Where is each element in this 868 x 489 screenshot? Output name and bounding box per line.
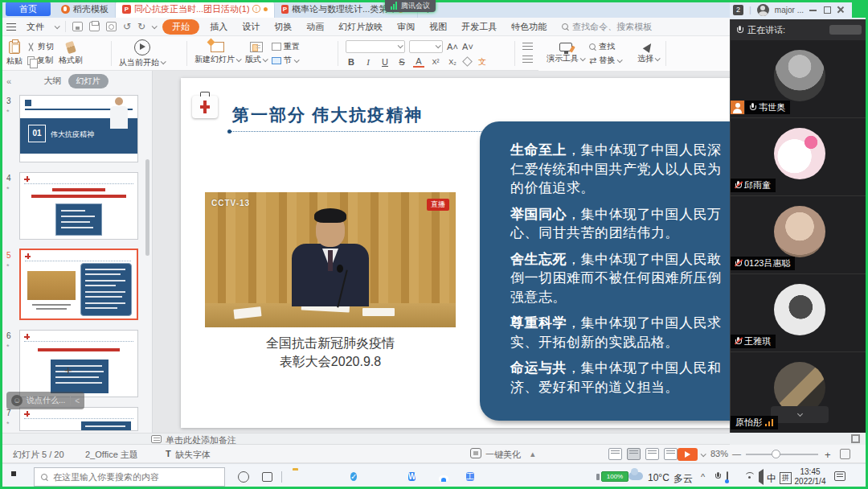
layout-button[interactable]: 版式: [245, 42, 267, 65]
meeting-app-icon[interactable]: [437, 471, 451, 483]
menu-tab-features[interactable]: 特色功能: [507, 21, 551, 33]
temperature[interactable]: 10°C: [648, 472, 669, 483]
meeting-chat-bubble[interactable]: ☺ 说点什么... <: [6, 392, 84, 409]
hamburger-icon[interactable]: [6, 23, 16, 31]
slideshow-play-button[interactable]: [678, 448, 698, 461]
participant-tile[interactable]: 王雅琪: [731, 274, 868, 352]
present-tools-button[interactable]: 演示工具: [547, 43, 584, 64]
play-caret-icon[interactable]: [701, 449, 705, 458]
home-tab-button[interactable]: 首页: [6, 2, 51, 16]
taskbar-search[interactable]: 在这里输入你要搜索的内容: [34, 467, 225, 487]
maximize-icon[interactable]: [823, 6, 831, 14]
wps-icon[interactable]: W: [408, 471, 422, 483]
search-app-icon[interactable]: [321, 471, 335, 483]
underline-button[interactable]: U: [379, 57, 391, 67]
add-slide-button[interactable]: +: [64, 363, 72, 379]
collapse-participants-button[interactable]: [771, 406, 829, 423]
notification-center-icon[interactable]: [834, 471, 845, 481]
subscript-button[interactable]: X₂: [447, 58, 458, 66]
tab-template-store[interactable]: 稻壳模板: [55, 0, 116, 18]
tray-screenshare-icon[interactable]: [727, 471, 728, 483]
panel-scrollbar[interactable]: [145, 159, 149, 256]
redo-icon[interactable]: ↻: [137, 21, 145, 32]
close-icon[interactable]: [837, 6, 845, 14]
undo-icon[interactable]: ↺: [123, 21, 131, 32]
bold-button[interactable]: B: [346, 57, 357, 67]
italic-button[interactable]: I: [362, 57, 374, 67]
beautify-label[interactable]: 一键美化: [485, 449, 521, 461]
reading-view-icon[interactable]: [664, 448, 678, 460]
menu-tab-developer[interactable]: 开发工具: [457, 21, 501, 33]
menu-tab-design[interactable]: 设计: [238, 21, 264, 33]
photo-caption[interactable]: 全国抗击新冠肺炎疫情 表彰大会2020.9.8: [205, 334, 456, 371]
align-left-icon[interactable]: [522, 55, 533, 64]
file-explorer-icon[interactable]: [293, 471, 306, 483]
user-name[interactable]: major ...: [775, 6, 804, 14]
participant-tile[interactable]: 0123吕惠聪: [731, 196, 868, 274]
paste-button[interactable]: 粘贴: [6, 41, 23, 67]
menu-tab-slideshow[interactable]: 幻灯片放映: [334, 21, 387, 33]
minimize-icon[interactable]: [809, 6, 817, 14]
ime-icon[interactable]: 拼: [780, 472, 792, 484]
menu-tab-view[interactable]: 视图: [425, 21, 451, 33]
news-photo[interactable]: CCTV-13 直播: [205, 192, 456, 327]
tab-current-presentation[interactable]: P 同心抗疫正当时...团日活动(1) !: [116, 0, 275, 18]
strikethrough-button[interactable]: S: [396, 57, 407, 67]
replace-button[interactable]: ⇄替换: [589, 55, 621, 66]
user-avatar[interactable]: [757, 4, 769, 16]
cut-button[interactable]: 剪切: [27, 41, 54, 52]
print-preview-icon[interactable]: [106, 22, 117, 31]
file-menu[interactable]: 文件: [23, 21, 48, 33]
new-slide-button[interactable]: 新建幻灯片: [194, 42, 240, 65]
save-icon[interactable]: [72, 22, 83, 31]
outline-tab[interactable]: 大纲: [44, 75, 62, 87]
slide-thumbnail-6[interactable]: [19, 330, 138, 397]
participant-tile[interactable]: 原怡彤: [731, 352, 868, 433]
start-button[interactable]: [11, 471, 22, 482]
menu-tab-home[interactable]: 开始: [162, 19, 199, 35]
zoom-in-button[interactable]: +: [825, 449, 831, 461]
print-icon[interactable]: [89, 22, 100, 31]
notes-view-icon[interactable]: [608, 448, 622, 460]
format-painter-button[interactable]: 格式刷: [59, 42, 83, 66]
beautify-caret-icon[interactable]: ▴: [530, 449, 535, 459]
reset-button[interactable]: 重置: [272, 41, 300, 52]
battery-indicator[interactable]: 100%: [596, 471, 628, 482]
menu-tab-insert[interactable]: 插入: [206, 21, 231, 33]
collapse-panel-button[interactable]: «: [6, 76, 11, 86]
zoom-out-button[interactable]: —: [732, 449, 741, 458]
font-color-button[interactable]: A: [413, 56, 424, 68]
participant-tile[interactable]: 邱雨童: [731, 118, 868, 196]
bullet-list-icon[interactable]: [522, 43, 533, 51]
emoji-icon[interactable]: ☺: [11, 395, 23, 406]
command-search[interactable]: 查找命令、搜索模板: [562, 21, 652, 33]
normal-view-icon[interactable]: [627, 448, 641, 460]
docs-count-badge[interactable]: 2: [733, 5, 743, 15]
play-from-current-button[interactable]: 从当前开始: [119, 39, 165, 68]
slide-thumbnail-4[interactable]: [19, 172, 138, 240]
collapse-chat-icon[interactable]: <: [75, 397, 80, 405]
slides-tab[interactable]: 幻灯片: [68, 74, 108, 88]
slide-thumbnail-3[interactable]: 01 伟大抗疫精神: [19, 95, 138, 162]
medical-kit-icon[interactable]: [192, 96, 218, 118]
menu-tab-transition[interactable]: 切换: [270, 21, 296, 33]
shrink-font-button[interactable]: A˅: [462, 42, 473, 51]
weather-cloud-icon[interactable]: [628, 472, 643, 480]
theme-name[interactable]: 2_Office 主题: [85, 449, 138, 461]
ime-mode[interactable]: 中: [767, 472, 776, 486]
missing-font-label[interactable]: 缺失字体: [175, 449, 211, 461]
chevron-down-icon[interactable]: [55, 23, 60, 29]
find-button[interactable]: 查找: [589, 41, 621, 52]
participant-tile[interactable]: 韦世奥: [731, 40, 868, 118]
fit-to-window-icon[interactable]: [840, 449, 850, 459]
firefox-icon[interactable]: [379, 471, 393, 483]
highlight-button[interactable]: 文: [477, 56, 488, 68]
font-size-select[interactable]: [409, 40, 443, 53]
tray-expand-icon[interactable]: ^: [701, 472, 705, 482]
menu-tab-animation[interactable]: 动画: [302, 21, 328, 33]
select-button[interactable]: 选择: [637, 43, 659, 64]
superscript-button[interactable]: X²: [430, 58, 441, 66]
zoom-slider-track[interactable]: [746, 454, 818, 455]
slide-sorter-icon[interactable]: [645, 448, 659, 460]
tencent-meeting-share-tag[interactable]: 腾讯会议: [385, 0, 436, 12]
